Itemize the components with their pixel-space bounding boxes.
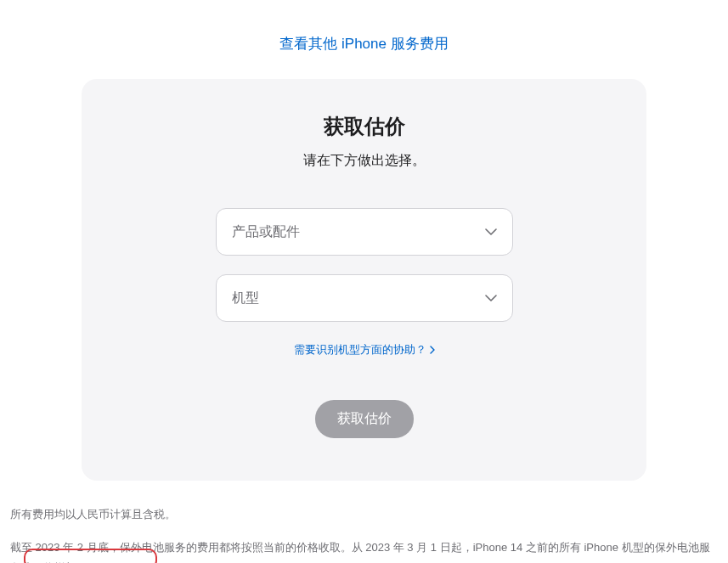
chevron-down-icon: [485, 228, 497, 235]
model-select[interactable]: 机型: [216, 274, 513, 322]
identify-model-help-link[interactable]: 需要识别机型方面的协助？: [294, 342, 435, 358]
model-select-placeholder: 机型: [232, 290, 259, 307]
help-link-text: 需要识别机型方面的协助？: [294, 342, 426, 358]
card-subtitle: 请在下方做出选择。: [82, 152, 646, 170]
product-select-placeholder: 产品或配件: [232, 223, 300, 241]
footnote-line-2: 截至 2023 年 2 月底，保外电池服务的费用都将按照当前的价格收取。从 20…: [10, 538, 720, 563]
card-title: 获取估价: [82, 113, 646, 140]
chevron-right-icon: [430, 346, 435, 354]
chevron-down-icon: [485, 295, 497, 301]
product-select[interactable]: 产品或配件: [216, 208, 513, 256]
other-services-link[interactable]: 查看其他 iPhone 服务费用: [279, 36, 448, 52]
get-estimate-button[interactable]: 获取估价: [315, 400, 414, 438]
estimate-card: 获取估价 请在下方做出选择。 产品或配件 机型 需要识别机型方面的协助？ 获取估…: [82, 79, 646, 481]
footnote-line-1: 所有费用均以人民币计算且含税。: [10, 504, 720, 526]
footnote-section: 所有费用均以人民币计算且含税。 截至 2023 年 2 月底，保外电池服务的费用…: [10, 504, 720, 563]
